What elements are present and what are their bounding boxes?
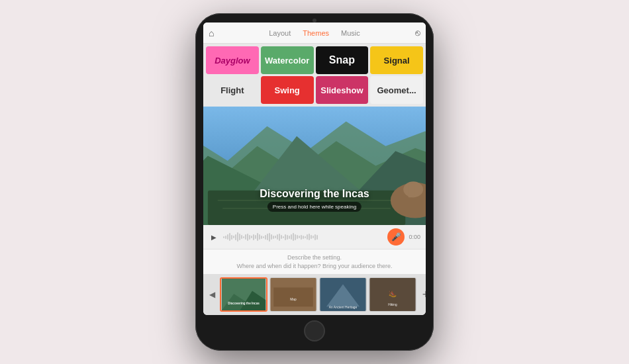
- wave-bar: [305, 236, 306, 238]
- wave-bar: [279, 234, 280, 241]
- filmstrip: ◀ Discovering the Incas Map: [203, 274, 426, 315]
- wave-bar: [261, 236, 262, 239]
- wave-bar: [301, 235, 302, 240]
- wave-bar: [265, 235, 266, 240]
- themes-grid: Dayglow Watercolor Snap Signal Flight Sw…: [203, 44, 426, 107]
- wave-bar: [277, 234, 278, 240]
- wave-bar: [233, 236, 234, 238]
- wave-bar: [249, 235, 250, 240]
- wave-bar: [275, 236, 276, 238]
- filmstrip-prev[interactable]: ◀: [206, 289, 218, 300]
- time-label: 0:00: [409, 234, 420, 240]
- theme-geomet[interactable]: Geomet...: [370, 76, 423, 104]
- wave-bar: [245, 234, 246, 240]
- theme-flight[interactable]: Flight: [206, 76, 259, 104]
- wave-bar: [237, 232, 238, 242]
- wave-bar: [309, 234, 310, 240]
- theme-slideshow[interactable]: Slideshow: [316, 76, 369, 104]
- wave-bar: [291, 234, 292, 240]
- share-icon[interactable]: ⎋: [415, 28, 420, 38]
- audio-bar: ▶ 🎤 0:00: [203, 225, 426, 249]
- speak-tooltip: Press and hold here while speaking: [267, 202, 362, 212]
- svg-text:Hiking: Hiking: [388, 303, 397, 306]
- presentation-title: Discovering the Incas: [203, 188, 426, 200]
- home-button[interactable]: [304, 320, 325, 341]
- wave-bar: [259, 234, 260, 240]
- play-button[interactable]: ▶: [209, 232, 219, 242]
- wave-bar: [287, 235, 288, 240]
- tab-layout[interactable]: Layout: [269, 29, 291, 37]
- ipad-screen: ⌂ Layout Themes Music ⎋ Dayglow Watercol…: [203, 23, 426, 315]
- wave-bar: [251, 236, 252, 238]
- wave-bar: [307, 234, 308, 240]
- wave-bar: [243, 236, 244, 238]
- wave-bar: [235, 234, 236, 240]
- waveform: [223, 230, 383, 244]
- theme-snap[interactable]: Snap: [316, 46, 369, 74]
- notes-text: Describe the setting. Where and when did…: [236, 253, 392, 270]
- wave-bar: [227, 234, 228, 240]
- add-slide-button[interactable]: +: [418, 287, 426, 302]
- home-icon[interactable]: ⌂: [209, 28, 214, 38]
- svg-text:Map: Map: [290, 298, 297, 301]
- wave-bar: [223, 236, 224, 238]
- wave-bar: [239, 234, 240, 240]
- wave-bar: [247, 234, 248, 241]
- nav-tabs: Layout Themes Music: [269, 29, 360, 37]
- wave-bar: [263, 236, 264, 238]
- slide-thumb-4[interactable]: 🥾 Hiking: [369, 277, 416, 312]
- wave-bar: [229, 233, 230, 241]
- svg-text:Discovering the Incas: Discovering the Incas: [228, 302, 260, 305]
- slide-thumb-1[interactable]: Discovering the Incas: [220, 277, 267, 312]
- wave-bar: [225, 236, 226, 239]
- theme-dayglow[interactable]: Dayglow: [206, 46, 259, 74]
- tab-music[interactable]: Music: [341, 29, 360, 37]
- presentation-area: Discovering the Incas Press and hold her…: [203, 107, 426, 225]
- wave-bar: [295, 234, 296, 240]
- wave-bar: [313, 236, 314, 238]
- wave-bar: [241, 235, 242, 239]
- wave-bar: [257, 233, 258, 241]
- ipad-device: ⌂ Layout Themes Music ⎋ Dayglow Watercol…: [195, 13, 434, 351]
- wave-bar: [311, 235, 312, 239]
- wave-bar: [303, 236, 304, 239]
- wave-bar: [316, 235, 318, 240]
- wave-bar: [293, 233, 294, 241]
- mic-button[interactable]: 🎤: [387, 228, 405, 246]
- wave-bar: [273, 236, 274, 239]
- theme-swing[interactable]: Swing: [261, 76, 314, 104]
- wave-bar: [283, 236, 284, 238]
- wave-bar: [297, 235, 298, 239]
- wave-bar: [267, 234, 268, 240]
- wave-bar: [299, 236, 300, 238]
- nav-bar: ⌂ Layout Themes Music ⎋: [203, 23, 426, 44]
- wave-bar: [285, 234, 286, 240]
- wave-bar: [231, 235, 232, 240]
- wave-bar: [281, 235, 282, 239]
- theme-watercolor[interactable]: Watercolor: [261, 46, 314, 74]
- wave-bar: [253, 234, 254, 240]
- wave-bar: [314, 234, 316, 240]
- wave-bar: [255, 235, 256, 239]
- slide-thumb-3[interactable]: An Ancient Heritage: [319, 277, 367, 312]
- svg-text:🥾: 🥾: [389, 290, 397, 298]
- svg-text:An Ancient Heritage: An Ancient Heritage: [329, 306, 358, 309]
- theme-signal[interactable]: Signal: [370, 46, 423, 74]
- wave-bar: [289, 236, 290, 239]
- slide-thumb-2[interactable]: Map: [269, 277, 317, 312]
- wave-bar: [269, 233, 270, 242]
- tab-themes[interactable]: Themes: [303, 29, 329, 37]
- notes-area[interactable]: Describe the setting. Where and when did…: [203, 249, 426, 274]
- wave-bar: [271, 234, 272, 240]
